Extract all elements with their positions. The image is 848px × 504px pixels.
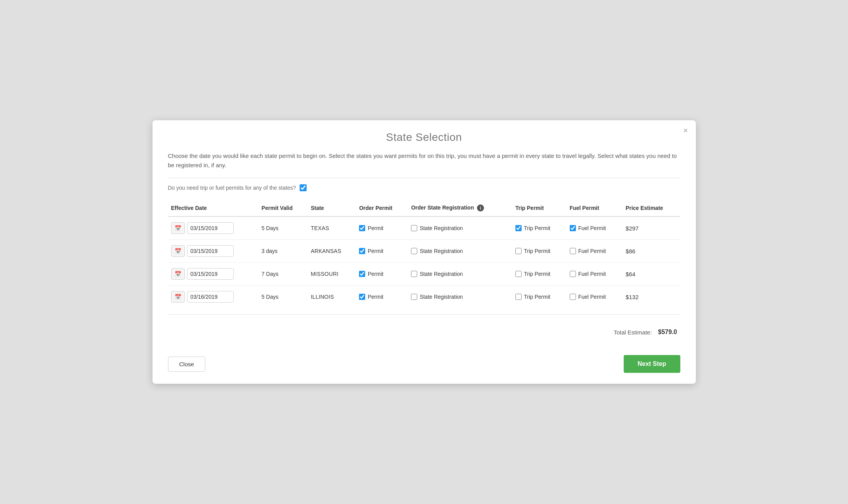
trip-permit-checkbox-3[interactable]	[515, 294, 522, 300]
total-amount: $579.0	[658, 329, 677, 336]
cell-permit-valid-3: 5 Days	[258, 286, 308, 308]
cell-trip-permit-2: Trip Permit	[512, 263, 567, 286]
trip-permit-checkbox-1[interactable]	[515, 248, 522, 254]
calendar-icon-3[interactable]: 📅	[171, 291, 185, 303]
fuel-permit-checkbox-3[interactable]	[570, 294, 576, 300]
fuel-permit-label-2: Fuel Permit	[578, 271, 606, 277]
order-permit-label-0: Permit	[368, 225, 383, 231]
fuel-permit-checkbox-1[interactable]	[570, 248, 576, 254]
table-header-row: Effective Date Permit Valid State Order …	[168, 201, 680, 216]
order-permit-checkbox-1[interactable]	[359, 248, 365, 254]
info-icon[interactable]: i	[477, 204, 484, 211]
cell-date-3: 📅	[168, 286, 258, 308]
order-permit-checkbox-0[interactable]	[359, 225, 365, 231]
calendar-icon-1[interactable]: 📅	[171, 245, 185, 257]
date-input-3[interactable]	[187, 291, 234, 303]
permits-question-row: Do you need trip or fuel permits for any…	[168, 184, 680, 191]
modal-body: Choose the date you would like each stat…	[153, 151, 696, 347]
cell-fuel-permit-3: Fuel Permit	[567, 286, 623, 308]
col-permit-valid: Permit Valid	[258, 201, 308, 216]
permits-question-checkbox[interactable]	[300, 184, 307, 191]
table-row: 📅 5 Days TEXAS Permit State Registration	[168, 216, 680, 240]
col-order-state-registration: Order State Registration i	[408, 201, 512, 216]
trip-permit-label-3: Trip Permit	[524, 294, 550, 300]
close-button[interactable]: Close	[168, 357, 205, 372]
modal-footer: Close Next Step	[153, 347, 696, 384]
col-price-estimate: Price Estimate	[623, 201, 680, 216]
col-fuel-permit: Fuel Permit	[567, 201, 623, 216]
cell-state-0: TEXAS	[308, 216, 356, 240]
trip-permit-checkbox-2[interactable]	[515, 271, 522, 277]
col-trip-permit: Trip Permit	[512, 201, 567, 216]
trip-permit-label-1: Trip Permit	[524, 248, 550, 254]
cell-date-1: 📅	[168, 240, 258, 263]
cell-state-1: ARKANSAS	[308, 240, 356, 263]
state-registration-checkbox-1[interactable]	[411, 248, 417, 254]
table-row: 📅 7 Days MISSOURI Permit State Registrat…	[168, 263, 680, 286]
divider-1	[168, 178, 680, 178]
cell-fuel-permit-1: Fuel Permit	[567, 240, 623, 263]
col-state: State	[308, 201, 356, 216]
table-row: 📅 3 days ARKANSAS Permit State Registrat…	[168, 240, 680, 263]
permits-table: Effective Date Permit Valid State Order …	[168, 201, 680, 308]
cell-price-0: $297	[623, 216, 680, 240]
state-registration-label-1: State Registration	[420, 248, 463, 254]
col-order-permit: Order Permit	[356, 201, 408, 216]
cell-state-2: MISSOURI	[308, 263, 356, 286]
state-registration-checkbox-0[interactable]	[411, 225, 417, 231]
table-row: 📅 5 Days ILLINOIS Permit State Registrat…	[168, 286, 680, 308]
order-permit-checkbox-2[interactable]	[359, 271, 365, 277]
cell-date-0: 📅	[168, 216, 258, 240]
cell-state-registration-3: State Registration	[408, 286, 512, 308]
fuel-permit-label-1: Fuel Permit	[578, 248, 606, 254]
state-registration-checkbox-3[interactable]	[411, 294, 417, 300]
order-permit-checkbox-3[interactable]	[359, 294, 365, 300]
cell-state-registration-1: State Registration	[408, 240, 512, 263]
fuel-permit-checkbox-2[interactable]	[570, 271, 576, 277]
state-registration-label-2: State Registration	[420, 271, 463, 277]
cell-trip-permit-0: Trip Permit	[512, 216, 567, 240]
cell-permit-valid-1: 3 days	[258, 240, 308, 263]
cell-order-permit-3: Permit	[356, 286, 408, 308]
calendar-icon-0[interactable]: 📅	[171, 222, 185, 234]
next-step-button[interactable]: Next Step	[624, 355, 680, 373]
date-input-1[interactable]	[187, 245, 234, 257]
trip-permit-label-0: Trip Permit	[524, 225, 550, 231]
cell-fuel-permit-2: Fuel Permit	[567, 263, 623, 286]
modal-title: State Selection	[168, 131, 680, 144]
cell-price-3: $132	[623, 286, 680, 308]
total-row: Total Estimate: $579.0	[168, 321, 680, 339]
cell-price-1: $86	[623, 240, 680, 263]
cell-permit-valid-2: 7 Days	[258, 263, 308, 286]
cell-price-2: $64	[623, 263, 680, 286]
cell-date-2: 📅	[168, 263, 258, 286]
calendar-icon-2[interactable]: 📅	[171, 268, 185, 280]
cell-trip-permit-1: Trip Permit	[512, 240, 567, 263]
col-effective-date: Effective Date	[168, 201, 258, 216]
fuel-permit-label-3: Fuel Permit	[578, 294, 606, 300]
trip-permit-label-2: Trip Permit	[524, 271, 550, 277]
cell-order-permit-0: Permit	[356, 216, 408, 240]
total-label: Total Estimate:	[614, 329, 652, 336]
fuel-permit-checkbox-0[interactable]	[570, 225, 576, 231]
order-permit-label-1: Permit	[368, 248, 383, 254]
state-selection-modal: State Selection × Choose the date you wo…	[153, 120, 696, 384]
state-registration-label-3: State Registration	[420, 294, 463, 300]
date-input-2[interactable]	[187, 268, 234, 280]
state-registration-label-0: State Registration	[420, 225, 463, 231]
permits-question-label: Do you need trip or fuel permits for any…	[168, 185, 296, 191]
order-permit-label-2: Permit	[368, 271, 383, 277]
cell-permit-valid-0: 5 Days	[258, 216, 308, 240]
cell-state-registration-0: State Registration	[408, 216, 512, 240]
trip-permit-checkbox-0[interactable]	[515, 225, 522, 231]
modal-close-icon[interactable]: ×	[683, 126, 688, 134]
cell-order-permit-1: Permit	[356, 240, 408, 263]
modal-description: Choose the date you would like each stat…	[168, 151, 680, 170]
modal-header: State Selection ×	[153, 120, 696, 151]
cell-order-permit-2: Permit	[356, 263, 408, 286]
fuel-permit-label-0: Fuel Permit	[578, 225, 606, 231]
divider-2	[168, 314, 680, 315]
order-permit-label-3: Permit	[368, 294, 383, 300]
date-input-0[interactable]	[187, 222, 234, 234]
state-registration-checkbox-2[interactable]	[411, 271, 417, 277]
